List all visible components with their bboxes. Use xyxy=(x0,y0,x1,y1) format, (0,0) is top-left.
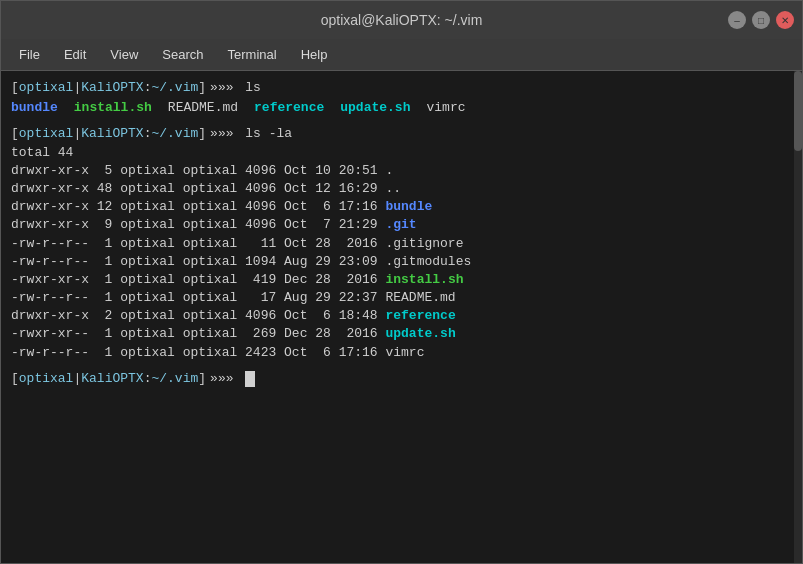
la-line-bundle: drwxr-xr-x 12 optixal optixal 4096 Oct 6… xyxy=(11,198,792,216)
la-line-dot: drwxr-xr-x 5 optixal optixal 4096 Oct 10… xyxy=(11,162,792,180)
la-line-update: -rwxr-xr-- 1 optixal optixal 269 Dec 28 … xyxy=(11,325,792,343)
la-line-readme: -rw-r--r-- 1 optixal optixal 17 Aug 29 2… xyxy=(11,289,792,307)
prompt-line-2: [ optixal | KaliOPTX : ~/.vim ] »»» ls -… xyxy=(11,125,792,143)
window-controls: – □ ✕ xyxy=(728,11,794,29)
prompt-line-3: [ optixal | KaliOPTX : ~/.vim ] »»» xyxy=(11,370,792,388)
minimize-button[interactable]: – xyxy=(728,11,746,29)
window-title: optixal@KaliOPTX: ~/.vim xyxy=(321,12,483,28)
close-button[interactable]: ✕ xyxy=(776,11,794,29)
la-line-reference: drwxr-xr-x 2 optixal optixal 4096 Oct 6 … xyxy=(11,307,792,325)
menu-file[interactable]: File xyxy=(9,43,50,66)
file-vimrc: vimrc xyxy=(426,99,465,117)
titlebar: optixal@KaliOPTX: ~/.vim – □ ✕ xyxy=(1,1,802,39)
menu-search[interactable]: Search xyxy=(152,43,213,66)
scrollbar-thumb[interactable] xyxy=(794,71,802,151)
terminal-body[interactable]: [ optixal | KaliOPTX : ~/.vim ] »»» ls b… xyxy=(1,71,802,563)
menu-help[interactable]: Help xyxy=(291,43,338,66)
la-line-install: -rwxr-xr-x 1 optixal optixal 419 Dec 28 … xyxy=(11,271,792,289)
ls-output-1: bundle install.sh README.md reference up… xyxy=(11,99,792,117)
la-line-dotdot: drwxr-xr-x 48 optixal optixal 4096 Oct 1… xyxy=(11,180,792,198)
la-line-gitmodules: -rw-r--r-- 1 optixal optixal 1094 Aug 29… xyxy=(11,253,792,271)
file-update: update.sh xyxy=(340,99,410,117)
file-reference: reference xyxy=(254,99,324,117)
prompt-line-1: [ optixal | KaliOPTX : ~/.vim ] »»» ls xyxy=(11,79,792,97)
la-line-vimrc: -rw-r--r-- 1 optixal optixal 2423 Oct 6 … xyxy=(11,344,792,362)
file-readme: README.md xyxy=(168,99,238,117)
terminal-window: optixal@KaliOPTX: ~/.vim – □ ✕ File Edit… xyxy=(0,0,803,564)
menu-view[interactable]: View xyxy=(100,43,148,66)
la-total: total 44 xyxy=(11,144,792,162)
menu-terminal[interactable]: Terminal xyxy=(218,43,287,66)
menubar: File Edit View Search Terminal Help xyxy=(1,39,802,71)
maximize-button[interactable]: □ xyxy=(752,11,770,29)
scrollbar[interactable] xyxy=(794,71,802,563)
file-bundle: bundle xyxy=(11,99,58,117)
la-line-git: drwxr-xr-x 9 optixal optixal 4096 Oct 7 … xyxy=(11,216,792,234)
file-install: install.sh xyxy=(74,99,152,117)
la-line-gitignore: -rw-r--r-- 1 optixal optixal 11 Oct 28 2… xyxy=(11,235,792,253)
terminal-cursor xyxy=(245,371,255,387)
menu-edit[interactable]: Edit xyxy=(54,43,96,66)
